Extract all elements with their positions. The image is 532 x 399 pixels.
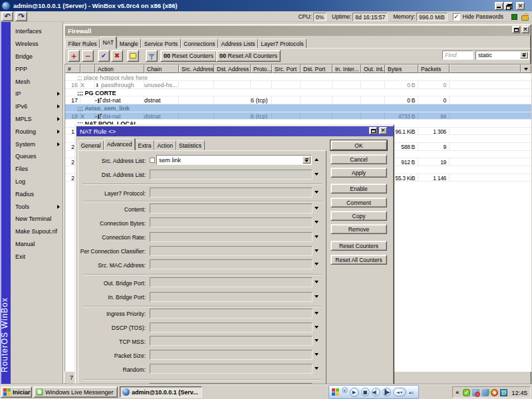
sidebar-item-manual[interactable]: Manual [11,238,63,251]
collapse-arrow-icon[interactable] [315,158,319,161]
copy-button[interactable]: Copy [331,211,387,221]
field-dropdown[interactable] [150,350,313,360]
reset-all-counters-button[interactable]: 00 Reset All Counters [216,50,281,62]
field-dropdown[interactable] [150,203,313,213]
dialog-tab-advanced[interactable]: Advanced [104,138,135,150]
sidebar-item-routing[interactable]: Routing [11,125,63,138]
ok-button[interactable]: OK [331,140,387,150]
dialog-tab-action[interactable]: Action [154,140,176,150]
expand-arrow-icon[interactable] [315,367,319,370]
expand-arrow-icon[interactable] [315,339,319,342]
tray-messenger-status-icon[interactable] [472,389,479,396]
field-input[interactable]: sem link [156,155,312,165]
firewall-tab-nat[interactable]: NAT [100,37,116,49]
apply-button[interactable]: Apply [331,168,387,178]
restore-icon[interactable] [504,2,513,10]
media-next-button[interactable]: ▐▶ [382,388,391,396]
dialog-maximize-icon[interactable] [369,127,377,134]
expand-arrow-icon[interactable] [315,207,319,209]
media-stop-button[interactable]: ■ [361,388,370,396]
column-header-bytes[interactable]: Bytes [385,65,418,73]
table-row-comment[interactable]: ;;; PG CORTE [65,89,531,97]
field-dropdown[interactable] [150,364,313,374]
negate-checkbox[interactable] [150,158,155,163]
table-row-rule[interactable]: 17dst-natdstnat6 (tcp)0 B0 [65,96,531,104]
column-header-packets[interactable]: Packets [418,65,450,73]
sidebar-item-mpls[interactable]: MPLS [11,113,63,126]
sidebar-item-bridge[interactable]: Bridge [11,51,63,63]
column-header-out-int-[interactable]: Out. Int... [361,65,385,73]
remove-button[interactable]: Remove [331,224,387,234]
hide-passwords-checkbox[interactable]: ✓ [453,13,460,21]
filter-button[interactable] [146,50,158,62]
sidebar-item-mesh[interactable]: Mesh [11,75,63,88]
firewall-close-icon[interactable]: ✕ [521,26,529,33]
disable-button[interactable]: ✖ [111,50,123,62]
sidebar-item-ipv6[interactable]: IPv6 [11,100,63,113]
reset-all-counters-button[interactable]: Reset All Counters [331,255,387,265]
reset-counters-button[interactable]: 00 Reset Counters [160,50,217,62]
table-row-rule[interactable]: 18Xdst-natdstnat6 (tcp)4733 B94 [65,112,531,120]
sidebar-item-interfaces[interactable]: Interfaces [11,25,63,38]
expand-arrow-icon[interactable] [315,353,319,356]
sidebar-item-new-terminal[interactable]: New Terminal [11,213,63,225]
sidebar-item-exit[interactable]: Exit [11,250,63,263]
tray-daemon-tools-icon[interactable]: D [500,389,507,396]
dialog-titlebar[interactable]: NAT Rule <> [76,126,394,136]
tray-antivirus-shield-icon[interactable]: ✓ [463,389,470,396]
field-dropdown[interactable] [150,277,313,287]
expand-arrow-icon[interactable] [315,295,319,298]
expand-arrow-icon[interactable] [315,173,319,176]
tray-collapse-icon[interactable]: « [456,389,458,396]
firewall-titlebar[interactable]: Firewall [65,26,531,36]
dialog-tab-statistics[interactable]: Statistics [176,140,205,150]
find-input[interactable]: Find [442,51,473,60]
field-dropdown[interactable] [150,170,313,180]
filter-select-arrow-icon[interactable] [520,52,528,59]
expand-arrow-icon[interactable] [315,281,319,283]
taskbar-task-1[interactable]: Windows Live Messenger [33,386,118,398]
sidebar-item-files[interactable]: Files [11,163,63,176]
cancel-button[interactable]: Cancel [331,154,387,164]
comment-button[interactable] [127,50,139,62]
column-header-dst-port[interactable]: Dst. Port [301,65,332,73]
column-header-icon[interactable] [80,65,95,73]
field-dropdown[interactable] [150,336,313,346]
start-button[interactable]: Iniciar [1,386,32,398]
expand-arrow-icon[interactable] [315,235,319,238]
enable-button[interactable]: ✔ [98,50,110,62]
enable-button[interactable]: Enable [331,184,387,194]
sidebar-item-queues[interactable]: Queues [11,150,63,163]
dialog-tab-extra[interactable]: Extra [135,140,154,150]
firewall-tab-connections[interactable]: Connections [181,39,218,49]
firewall-tab-filter-rules[interactable]: Filter Rules [65,39,100,49]
media-play-button[interactable]: ▶ [350,388,359,397]
column-header-proto-[interactable]: Proto... [251,65,272,73]
column-header-dst-address[interactable]: Dst. Address [214,65,251,73]
media-chevron-button[interactable]: ∨ [342,387,348,393]
field-dropdown[interactable] [150,246,313,256]
media-volume-button[interactable]: ◄ ▾ [393,388,406,396]
column-header-chain[interactable]: Chain [144,65,179,73]
sidebar-item-system[interactable]: System [11,138,63,150]
sidebar-item-tools[interactable]: Tools [11,200,63,213]
minimize-icon[interactable] [495,2,503,10]
tray-volume-speaker-icon[interactable] [481,389,489,396]
sidebar-item-log[interactable]: Log [11,176,63,188]
table-row-rule[interactable]: 16X⬇passthroughunused-hs...0 B0 [65,81,531,89]
redo-button[interactable]: ↷ [15,11,27,21]
field-dropdown[interactable] [150,232,313,242]
expand-arrow-icon[interactable] [315,312,319,315]
taskbar-task-2[interactable]: admin@10.0.0.1 (Serv... [120,386,202,398]
field-dropdown[interactable] [150,323,313,332]
field-dropdown[interactable] [150,217,313,227]
field-dropdown[interactable] [150,309,313,319]
remove-button[interactable]: − [82,50,94,62]
sidebar-item-wireless[interactable]: Wireless [11,38,63,51]
column-header-in-inter-[interactable]: In. Inter... [332,65,361,73]
sidebar-item-ppp[interactable]: PPP [11,63,63,75]
column-menu-button[interactable] [521,65,531,73]
firewall-maximize-icon[interactable] [512,26,520,33]
field-dropdown[interactable] [150,292,313,302]
column-header-src-port[interactable]: Src. Port [272,65,301,73]
